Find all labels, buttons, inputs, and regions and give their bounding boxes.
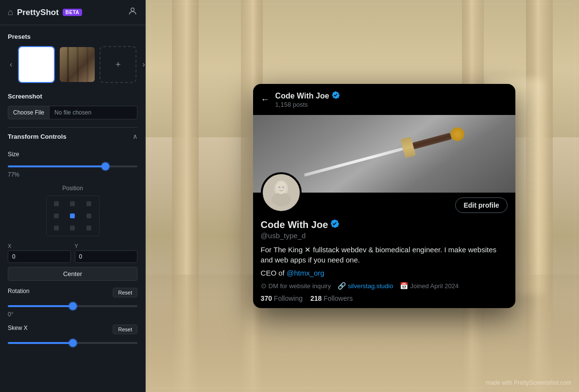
rotation-reset-button[interactable]: Reset (113, 288, 137, 297)
pos-cell-mc[interactable] (65, 210, 81, 222)
profile-name: Code With Joe (261, 219, 328, 230)
logo-area: ⌂ PrettyShot BETA (8, 7, 82, 17)
skew-x-header: Skew X Reset (8, 325, 137, 334)
beta-badge: BETA (63, 9, 82, 16)
followers-stat: 218 Followers (310, 294, 353, 302)
transform-controls-label: Transform Controls (8, 133, 67, 140)
pos-cell-mr[interactable] (81, 210, 97, 222)
follow-stats: 370 Following 218 Followers (261, 294, 508, 302)
pos-cell-tl[interactable] (49, 198, 65, 210)
rotation-degree-display: 0° (8, 311, 137, 318)
pos-dot-bl (54, 226, 59, 230)
app-name: PrettyShot (17, 8, 59, 17)
rotation-slider[interactable] (8, 305, 137, 307)
main-content: ← Code With Joe 1,158 posts (146, 0, 579, 392)
screenshot-label: Screenshot (8, 93, 137, 100)
following-count: 370 (261, 294, 272, 302)
twitter-card-header: ← Code With Joe 1,158 posts (253, 84, 515, 115)
pos-dot-br (86, 226, 91, 230)
position-label: Position (8, 185, 137, 192)
pos-cell-tc[interactable] (65, 198, 81, 210)
website-icon: 🔗 (338, 282, 346, 290)
pos-cell-tr[interactable] (81, 198, 97, 210)
following-label: Following (274, 294, 303, 302)
pos-cell-br[interactable] (81, 222, 97, 234)
pos-dot-bc (70, 226, 75, 230)
rotation-header: Rotation Reset (8, 288, 137, 297)
xy-inputs: X Y (8, 243, 137, 263)
pos-cell-bl[interactable] (49, 222, 65, 234)
y-label: Y (75, 243, 138, 249)
user-icon[interactable] (128, 6, 137, 18)
svg-point-0 (131, 8, 135, 11)
back-arrow-icon[interactable]: ← (261, 95, 270, 105)
twitter-header-info: Code With Joe 1,158 posts (275, 91, 508, 108)
presets-next-button[interactable]: › (140, 58, 146, 71)
file-name-display: No file chosen (50, 106, 137, 119)
svg-point-6 (282, 186, 284, 188)
svg-point-3 (272, 193, 291, 206)
svg-point-5 (278, 186, 280, 188)
x-group: X (8, 243, 71, 263)
center-button[interactable]: Center (8, 267, 137, 281)
skew-x-reset-button[interactable]: Reset (113, 325, 137, 334)
presets-row: ‹ + › (8, 46, 137, 83)
profile-bio: For The King ✕ fullstack webdev & biomed… (261, 245, 508, 265)
presets-label: Presets (8, 33, 137, 40)
verified-badge-icon (331, 91, 340, 101)
website-link[interactable]: silverstag.studio (348, 282, 393, 290)
y-input[interactable] (75, 250, 138, 263)
size-label: Size (8, 151, 137, 158)
profile-name-row: Code With Joe (261, 219, 508, 230)
presets-prev-button[interactable]: ‹ (8, 58, 14, 71)
twitter-posts-count: 1,158 posts (275, 101, 508, 108)
twitter-card: ← Code With Joe 1,158 posts (253, 84, 515, 308)
position-section: Position (8, 185, 137, 236)
following-stat: 370 Following (261, 294, 303, 302)
pos-dot-tr (86, 201, 91, 206)
size-control: Size 77% (8, 151, 137, 178)
pos-dot-ml (54, 213, 59, 218)
twitter-avatar (261, 172, 302, 213)
watermark: made with PrettyScreenshot.com (486, 379, 571, 386)
rotation-control: Rotation Reset 0° (8, 288, 137, 318)
pos-dot-mr (86, 213, 91, 218)
y-group: Y (75, 243, 138, 263)
htmx-link[interactable]: @htmx_org (287, 269, 324, 277)
pos-cell-bc[interactable] (65, 222, 81, 234)
transform-controls-header[interactable]: Transform Controls ∧ (8, 127, 137, 145)
profile-verified-icon (330, 219, 340, 230)
edit-profile-button[interactable]: Edit profile (455, 197, 507, 213)
location-icon: ⊙ (261, 282, 267, 290)
screenshot-section: Screenshot Choose File No file chosen (8, 93, 137, 119)
rotation-label: Rotation (8, 288, 30, 294)
choose-file-button[interactable]: Choose File (8, 106, 50, 119)
followers-label: Followers (324, 294, 353, 302)
joined-meta: 📅 Joined April 2024 (400, 282, 459, 290)
website-meta: 🔗 silverstag.studio (338, 282, 393, 290)
ceo-line: CEO of @htmx_org (261, 269, 508, 277)
skew-x-label: Skew X (8, 325, 28, 331)
skew-x-control: Skew X Reset (8, 325, 137, 346)
file-input-wrapper: Choose File No file chosen (8, 106, 137, 119)
preset-item-white[interactable] (18, 46, 55, 83)
x-input[interactable] (8, 250, 71, 263)
preset-item-columns[interactable] (59, 46, 96, 83)
sidebar: ⌂ PrettyShot BETA Presets ‹ + › (0, 0, 146, 392)
chevron-up-icon: ∧ (133, 132, 137, 140)
skew-x-slider[interactable] (8, 342, 137, 344)
size-slider[interactable] (8, 165, 137, 167)
twitter-card-wrapper: ← Code With Joe 1,158 posts (253, 84, 515, 308)
preset-add-button[interactable]: + (100, 46, 136, 83)
pos-dot-mc (70, 213, 75, 218)
twitter-card-name: Code With Joe (275, 91, 508, 101)
twitter-profile-info: Code With Joe @usb_type_d For The King ✕… (253, 219, 515, 308)
home-icon[interactable]: ⌂ (8, 7, 13, 17)
pos-cell-ml[interactable] (49, 210, 65, 222)
profile-meta: ⊙ DM for website inquiry 🔗 silverstag.st… (261, 282, 508, 290)
size-percent-display: 77% (8, 171, 137, 178)
position-grid (46, 196, 100, 236)
sidebar-content: Presets ‹ + › Screenshot Choose File No … (0, 25, 145, 392)
twitter-avatar-area: Edit profile (253, 172, 515, 219)
sidebar-header: ⌂ PrettyShot BETA (0, 0, 145, 25)
